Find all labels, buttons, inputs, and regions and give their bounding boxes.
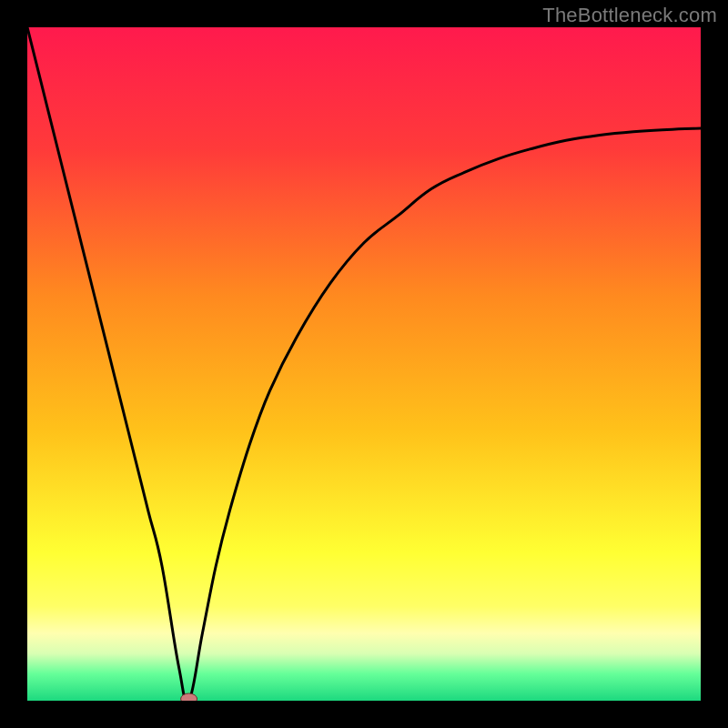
bottleneck-curve-layer (27, 27, 701, 701)
watermark-text: TheBottleneck.com (542, 4, 717, 27)
bottleneck-curve (27, 27, 701, 701)
minimum-marker (181, 693, 197, 701)
chart-frame: { "watermark": "TheBottleneck.com", "col… (0, 0, 728, 728)
plot-area (27, 27, 701, 701)
